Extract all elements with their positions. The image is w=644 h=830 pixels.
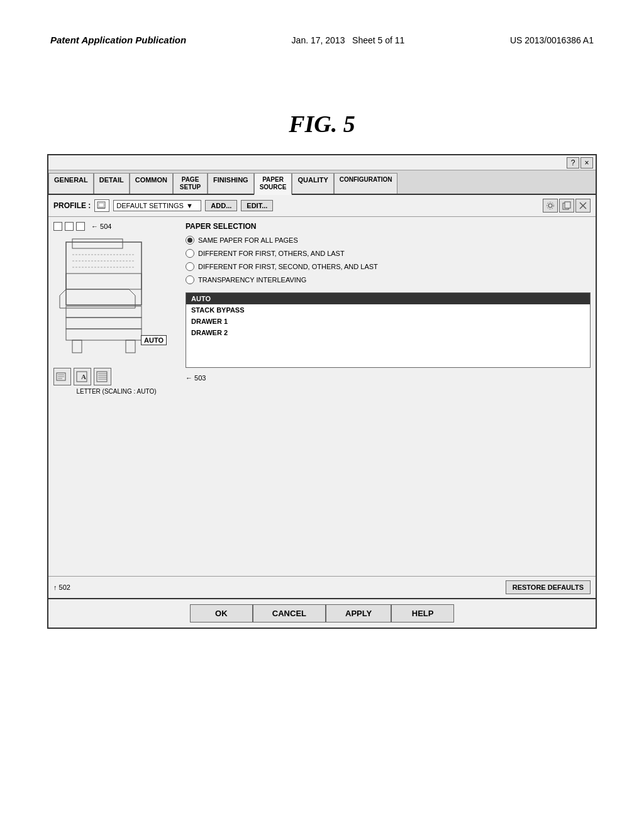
profile-icon bbox=[94, 199, 109, 212]
svg-rect-6 bbox=[565, 202, 570, 208]
delete-icon-btn[interactable] bbox=[575, 199, 591, 213]
radio-circle-4[interactable] bbox=[186, 275, 194, 284]
paper-list-item-auto[interactable]: AUTO bbox=[186, 293, 590, 304]
tab-page-setup[interactable]: PAGESETUP bbox=[173, 173, 208, 194]
radio-label-1: SAME PAPER FOR ALL PAGES bbox=[198, 236, 298, 244]
checkbox-row: ← 504 bbox=[53, 222, 179, 231]
tab-detail[interactable]: DETAIL bbox=[94, 173, 130, 194]
patent-number: US 2013/0016386 A1 bbox=[510, 35, 594, 45]
cancel-button[interactable]: CANCEL bbox=[253, 604, 326, 622]
svg-point-3 bbox=[548, 204, 552, 208]
radio-transparency[interactable]: TRANSPARENCY INTERLEAVING bbox=[186, 275, 591, 284]
copy-icon-btn[interactable] bbox=[559, 199, 574, 213]
radio-same-paper[interactable]: SAME PAPER FOR ALL PAGES bbox=[186, 236, 591, 245]
auto-badge: AUTO bbox=[141, 335, 167, 345]
dialog-bottom: ↑ 502 RESTORE DEFAULTS bbox=[48, 576, 596, 598]
ref-502: 502 bbox=[59, 584, 70, 591]
checkbox-2[interactable] bbox=[65, 222, 74, 231]
dialog-window: ? × GENERAL DETAIL COMMON PAGESETUP FINI… bbox=[47, 154, 597, 629]
tab-finishing[interactable]: FINISHING bbox=[208, 173, 254, 194]
svg-point-4 bbox=[547, 202, 554, 209]
paper-list-item-drawer2[interactable]: DRAWER 2 bbox=[186, 327, 590, 338]
ref-503: 503 bbox=[194, 374, 206, 382]
ok-button[interactable]: OK bbox=[190, 604, 253, 622]
apply-button[interactable]: APPLY bbox=[326, 604, 391, 622]
ref-504: 504 bbox=[100, 223, 111, 230]
patent-sheet-of: of 11 bbox=[385, 35, 404, 45]
bottom-icon-1[interactable] bbox=[53, 368, 71, 385]
tabs-row: GENERAL DETAIL COMMON PAGESETUP FINISHIN… bbox=[48, 170, 596, 195]
checkbox-3[interactable] bbox=[76, 222, 85, 231]
svg-rect-1 bbox=[99, 203, 104, 207]
tab-common[interactable]: COMMON bbox=[130, 173, 173, 194]
svg-rect-18 bbox=[72, 340, 82, 353]
svg-rect-11 bbox=[72, 239, 123, 248]
add-button[interactable]: ADD... bbox=[205, 200, 237, 211]
profile-dropdown-value: DEFAULT SETTINGS bbox=[116, 202, 184, 209]
paper-list: AUTO STACK BYPASS DRAWER 1 DRAWER 2 bbox=[186, 292, 591, 368]
profile-row: PROFILE : DEFAULT SETTINGS ▼ ADD... EDIT… bbox=[48, 195, 596, 217]
letter-label: LETTER (SCALING : AUTO) bbox=[53, 388, 179, 395]
ref-503-label: ← 503 bbox=[186, 374, 591, 382]
tab-configuration[interactable]: CONFIGURATION bbox=[334, 173, 398, 194]
ref-504-label: ← 504 bbox=[91, 223, 111, 230]
profile-icons-right bbox=[543, 199, 591, 213]
help-button[interactable]: ? bbox=[567, 157, 579, 169]
content-area: ← 504 bbox=[48, 217, 596, 576]
radio-label-3: DIFFERENT FOR FIRST, SECOND, OTHERS, AND… bbox=[198, 263, 378, 270]
svg-rect-26 bbox=[97, 372, 107, 382]
left-panel: ← 504 bbox=[53, 222, 179, 571]
paper-selection-title: PAPER SELECTION bbox=[186, 222, 591, 231]
bottom-icon-3[interactable] bbox=[94, 368, 111, 385]
close-button[interactable]: × bbox=[580, 157, 593, 169]
printer-preview: AUTO bbox=[53, 236, 179, 364]
checkbox-1[interactable] bbox=[53, 222, 62, 231]
help-action-button[interactable]: HELP bbox=[391, 604, 454, 622]
action-buttons: OK CANCEL APPLY HELP bbox=[48, 598, 596, 628]
svg-text:A: A bbox=[81, 373, 86, 380]
paper-list-item-drawer1[interactable]: DRAWER 1 bbox=[186, 316, 590, 327]
radio-circle-3[interactable] bbox=[186, 262, 194, 271]
profile-label: PROFILE : bbox=[53, 201, 91, 210]
patent-date: Jan. 17, 2013 Sheet 5 of 11 bbox=[292, 35, 405, 45]
tab-paper-source[interactable]: PAPERSOURCE bbox=[254, 173, 292, 195]
radio-circle-2[interactable] bbox=[186, 249, 194, 258]
radio-label-2: DIFFERENT FOR FIRST, OTHERS, AND LAST bbox=[198, 250, 345, 257]
right-panel: PAPER SELECTION SAME PAPER FOR ALL PAGES… bbox=[186, 222, 591, 571]
bottom-icons-row: A bbox=[53, 368, 179, 385]
svg-rect-13 bbox=[66, 318, 142, 329]
radio-different-first-second[interactable]: DIFFERENT FOR FIRST, SECOND, OTHERS, AND… bbox=[186, 262, 591, 271]
figure-title: FIG. 5 bbox=[289, 110, 355, 138]
radio-circle-1[interactable] bbox=[186, 236, 194, 245]
dropdown-arrow: ▼ bbox=[186, 202, 193, 209]
restore-defaults-button[interactable]: RESTORE DEFAULTS bbox=[506, 580, 591, 594]
svg-rect-19 bbox=[126, 340, 135, 353]
bottom-icon-2[interactable]: A bbox=[74, 368, 91, 385]
paper-list-item-bypass[interactable]: STACK BYPASS bbox=[186, 304, 590, 316]
svg-rect-14 bbox=[66, 329, 142, 340]
ref-502-label: ↑ 502 bbox=[53, 584, 70, 591]
patent-title: Patent Application Publication bbox=[50, 35, 186, 45]
title-bar: ? × bbox=[48, 155, 596, 170]
edit-button[interactable]: EDIT... bbox=[241, 200, 273, 211]
settings-icon-btn[interactable] bbox=[543, 199, 558, 213]
tab-general[interactable]: GENERAL bbox=[48, 173, 94, 194]
radio-different-first[interactable]: DIFFERENT FOR FIRST, OTHERS, AND LAST bbox=[186, 249, 591, 258]
tab-quality[interactable]: QUALITY bbox=[292, 173, 333, 194]
svg-rect-10 bbox=[66, 274, 142, 289]
radio-label-4: TRANSPARENCY INTERLEAVING bbox=[198, 276, 306, 284]
profile-dropdown[interactable]: DEFAULT SETTINGS ▼ bbox=[113, 200, 201, 211]
